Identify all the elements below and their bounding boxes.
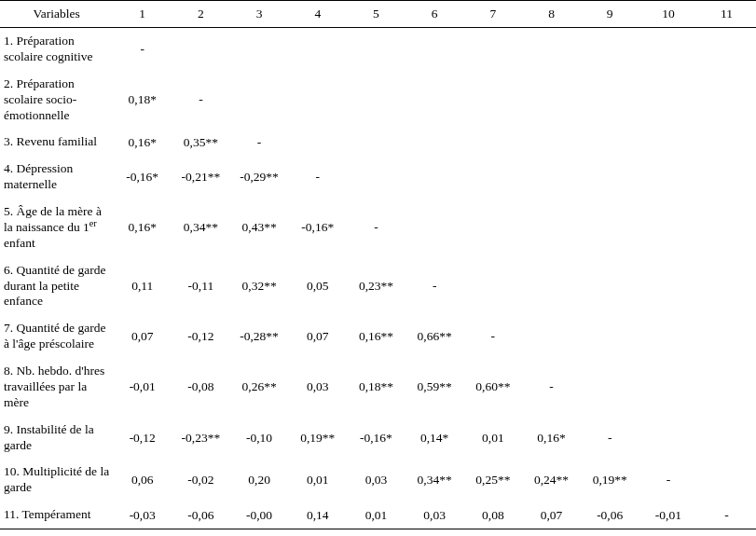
cell-value: -0,00: [230, 502, 289, 529]
cell-value: [522, 315, 581, 358]
row-label: 1. Préparation scolaire cognitive: [0, 28, 113, 71]
cell-value: -0,16*: [288, 199, 347, 257]
cell-value: [581, 28, 639, 71]
cell-value: 0,08: [463, 502, 522, 529]
header-col-5: 5: [347, 1, 405, 28]
row-label: 4. Dépression maternelle: [0, 156, 113, 199]
table-row: 11. Tempérament-0,03-0,06-0,000,140,010,…: [0, 502, 756, 529]
table-row: 10. Multiplicité de la garde0,06-0,020,2…: [0, 459, 756, 502]
table-row: 2. Préparation scolaire socio-émotionnel…: [0, 71, 756, 130]
header-col-4: 4: [288, 1, 347, 28]
cell-value: 0,18*: [113, 71, 172, 130]
cell-value: -0,02: [172, 459, 230, 502]
cell-value: 0,03: [288, 358, 347, 417]
row-label: 8. Nb. hebdo. d'hres travaillées par la …: [0, 358, 113, 417]
cell-value: [697, 199, 756, 257]
cell-value: [581, 257, 639, 316]
cell-value: -: [172, 71, 230, 130]
row-label: 2. Préparation scolaire socio-émotionnel…: [0, 71, 113, 130]
cell-value: 0,01: [288, 459, 347, 502]
cell-value: 0,06: [113, 459, 172, 502]
cell-value: [639, 129, 698, 156]
cell-value: -: [347, 199, 405, 257]
cell-value: 0,07: [522, 502, 581, 529]
table-row: 1. Préparation scolaire cognitive-: [0, 28, 756, 71]
cell-value: [639, 199, 698, 257]
cell-value: [347, 28, 405, 71]
cell-value: -0,10: [230, 417, 289, 460]
cell-value: 0,14*: [405, 417, 464, 460]
cell-value: [522, 156, 581, 199]
cell-value: 0,03: [347, 459, 405, 502]
row-label: 10. Multiplicité de la garde: [0, 459, 113, 502]
cell-value: [522, 28, 581, 71]
table-header-row: Variables 1 2 3 4 5 6 7 8 9 10 11: [0, 1, 756, 28]
cell-value: -: [581, 417, 639, 460]
cell-value: -0,11: [172, 257, 230, 316]
cell-value: -0,23**: [172, 417, 230, 460]
cell-value: 0,23**: [347, 257, 405, 316]
cell-value: 0,16*: [522, 417, 581, 460]
cell-value: 0,35**: [172, 129, 230, 156]
cell-value: 0,19**: [581, 459, 639, 502]
cell-value: -0,29**: [230, 156, 289, 199]
table-row: 3. Revenu familial0,16*0,35**-: [0, 129, 756, 156]
cell-value: [581, 315, 639, 358]
cell-value: 0,19**: [288, 417, 347, 460]
cell-value: -: [405, 257, 464, 316]
cell-value: -0,12: [113, 417, 172, 460]
cell-value: -0,03: [113, 502, 172, 529]
cell-value: [697, 417, 756, 460]
cell-value: [405, 199, 464, 257]
cell-value: [463, 71, 522, 130]
table-row: 7. Quantité de garde à l'âge préscolaire…: [0, 315, 756, 358]
cell-value: -0,06: [581, 502, 639, 529]
header-col-9: 9: [581, 1, 639, 28]
cell-value: -0,21**: [172, 156, 230, 199]
cell-value: 0,59**: [405, 358, 464, 417]
cell-value: -: [697, 502, 756, 529]
header-col-2: 2: [172, 1, 230, 28]
cell-value: [230, 71, 289, 130]
cell-value: 0,01: [463, 417, 522, 460]
cell-value: [639, 257, 698, 316]
cell-value: 0,20: [230, 459, 289, 502]
table-row: 5. Âge de la mère à la naissance du 1er …: [0, 199, 756, 257]
cell-value: 0,34**: [405, 459, 464, 502]
cell-value: [463, 257, 522, 316]
cell-value: 0,11: [113, 257, 172, 316]
correlation-table: Variables 1 2 3 4 5 6 7 8 9 10 11 1. Pré…: [0, 0, 756, 529]
row-label: 3. Revenu familial: [0, 129, 113, 156]
cell-value: 0,18**: [347, 358, 405, 417]
header-variables: Variables: [0, 1, 113, 28]
cell-value: 0,25**: [463, 459, 522, 502]
cell-value: [581, 129, 639, 156]
cell-value: 0,60**: [463, 358, 522, 417]
cell-value: [522, 71, 581, 130]
row-label: 9. Instabilité de la garde: [0, 417, 113, 460]
cell-value: [639, 417, 698, 460]
cell-value: [581, 156, 639, 199]
cell-value: [405, 28, 464, 71]
cell-value: 0,66**: [405, 315, 464, 358]
cell-value: 0,03: [405, 502, 464, 529]
header-col-11: 11: [697, 1, 756, 28]
cell-value: [172, 28, 230, 71]
cell-value: -: [463, 315, 522, 358]
cell-value: 0,24**: [522, 459, 581, 502]
cell-value: 0,26**: [230, 358, 289, 417]
cell-value: [639, 156, 698, 199]
cell-value: 0,34**: [172, 199, 230, 257]
cell-value: [347, 156, 405, 199]
cell-value: 0,14: [288, 502, 347, 529]
cell-value: [463, 28, 522, 71]
cell-value: 0,07: [288, 315, 347, 358]
cell-value: [405, 71, 464, 130]
cell-value: [639, 315, 698, 358]
cell-value: [522, 129, 581, 156]
header-col-3: 3: [230, 1, 289, 28]
table-row: 6. Quantité de garde durant la petite en…: [0, 257, 756, 316]
cell-value: -0,16*: [113, 156, 172, 199]
cell-value: -0,01: [113, 358, 172, 417]
cell-value: 0,05: [288, 257, 347, 316]
